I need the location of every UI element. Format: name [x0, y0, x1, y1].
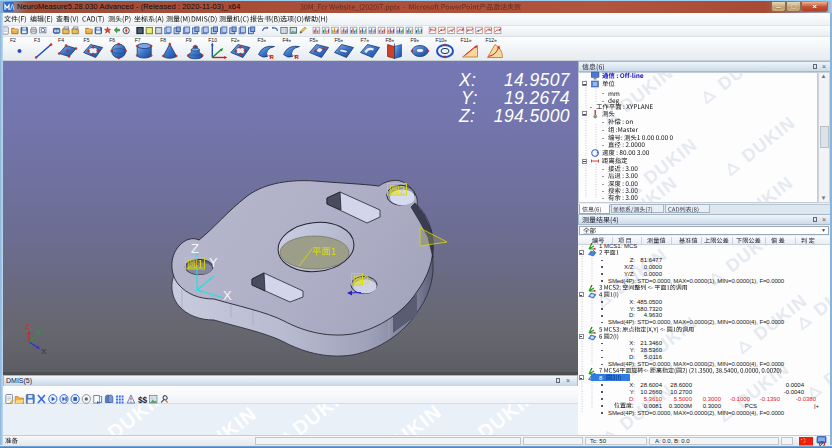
svg-text:F7: F7	[135, 37, 141, 43]
svg-text:F5»: F5»	[310, 37, 319, 43]
svg-text:F5: F5	[84, 37, 90, 43]
svg-text:F7»: F7»	[361, 37, 370, 43]
svg-text:X: X	[223, 288, 232, 303]
svg-text:Z: Z	[191, 241, 199, 256]
svg-text:F4»: F4»	[283, 37, 292, 43]
svg-text:Y: Y	[36, 328, 42, 337]
svg-text:F9»: F9»	[411, 37, 420, 43]
svg-text:F11»: F11»	[461, 37, 472, 43]
svg-text:F6»: F6»	[335, 37, 344, 43]
svg-text:Z: Z	[25, 322, 30, 331]
svg-text:F9: F9	[186, 37, 192, 43]
svg-text:Y: Y	[209, 255, 218, 270]
svg-text:F3»: F3»	[258, 37, 267, 43]
svg-text:F8: F8	[160, 37, 166, 43]
svg-text:F10: F10	[208, 37, 217, 43]
svg-text:F4: F4	[58, 37, 64, 43]
svg-text:F6: F6	[109, 37, 115, 43]
svg-text:F12»: F12»	[486, 37, 498, 43]
svg-text:F3: F3	[34, 37, 40, 43]
svg-text:X: X	[41, 347, 47, 356]
svg-text:F10»: F10»	[436, 37, 448, 43]
svg-text:F2»: F2»	[231, 37, 240, 43]
svg-text:F8»: F8»	[386, 37, 395, 43]
svg-text:F2: F2	[10, 37, 16, 43]
